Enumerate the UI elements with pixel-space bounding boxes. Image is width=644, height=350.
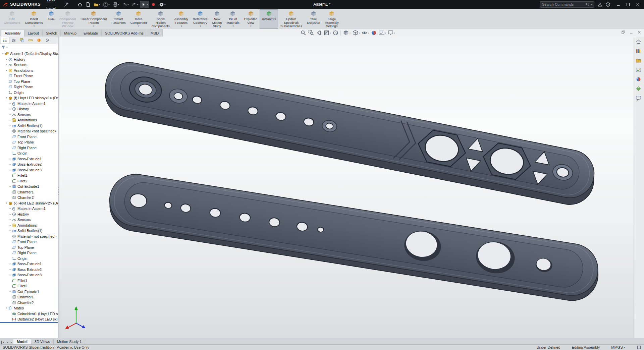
expand-arrow-icon[interactable]: ▸ — [8, 124, 12, 127]
tab-assembly[interactable]: Assembly — [1, 30, 24, 37]
expand-arrow-icon[interactable]: ▸ — [5, 58, 8, 61]
expand-arrow-icon[interactable]: ▸ — [8, 290, 12, 293]
tree-item-right-plane[interactable]: Right Plane — [0, 84, 58, 90]
expand-arrow-icon[interactable]: ▾ — [5, 202, 8, 205]
tree-item-f-hoyt-led-skinny-1-defa[interactable]: ▾(f) Hoyt LED skinny<1> (Defa... — [0, 95, 58, 101]
home-button[interactable] — [76, 1, 84, 8]
dimxpertmanager-tab[interactable] — [26, 37, 35, 44]
smart-fasteners-button[interactable]: SmartFasteners — [109, 9, 128, 29]
large-assembly-settings-button[interactable]: LargeAssemblySettings▾ — [323, 9, 341, 29]
tree-item-history[interactable]: ▸History — [0, 106, 58, 112]
tree-item-annotations[interactable]: ▸Annotations — [0, 117, 58, 123]
dropdown-arrow-icon[interactable]: ▾ — [250, 25, 252, 27]
tree-item-cut-extrude1[interactable]: ▸Cut-Extrude1 — [0, 184, 58, 189]
expand-arrow-icon[interactable]: ▸ — [8, 119, 12, 121]
display-style-button[interactable]: ▾ — [352, 30, 361, 36]
document-tab-3d-views[interactable]: 3D Views — [31, 339, 54, 344]
tree-item-front-plane[interactable]: Front Plane — [0, 134, 58, 140]
dropdown-arrow-icon[interactable]: ▾ — [368, 32, 369, 34]
search-commands-box[interactable]: Search Commands ▾ — [540, 1, 594, 8]
design-library-button[interactable] — [636, 48, 642, 55]
scroll-next-tab-button[interactable]: ▸ — [9, 341, 13, 344]
menu-tools[interactable]: Tools — [44, 13, 63, 22]
zoom-to-area-button[interactable] — [307, 30, 315, 36]
document-tab-motion-study-1[interactable]: Motion Study 1 — [54, 339, 85, 344]
new-motion-study-button[interactable]: NewMotionStudy — [210, 9, 224, 29]
window-close-button[interactable] — [636, 2, 640, 7]
tree-item-boss-extrude3[interactable]: ▸Boss-Extrude3 — [0, 272, 58, 278]
expand-arrow-icon[interactable]: ▸ — [8, 213, 12, 216]
featuremanager-design-tree-tab[interactable] — [1, 37, 9, 44]
tree-item-material-not-specified[interactable]: Material <not specified> — [0, 234, 58, 239]
task-pane-toggle-icon[interactable] — [637, 345, 641, 350]
select-button[interactable]: ▾ — [140, 1, 149, 8]
dropdown-arrow-icon[interactable]: ▾ — [138, 25, 140, 27]
expand-arrow-icon[interactable]: ▸ — [8, 268, 12, 271]
scroll-prev-tab-button[interactable]: ◂ — [5, 341, 9, 344]
reference-geometry-button[interactable]: ReferenceGeometry▾ — [191, 9, 210, 29]
dropdown-arrow-icon[interactable]: ▾ — [181, 25, 182, 27]
tree-item-top-plane[interactable]: Top Plane — [0, 245, 58, 250]
file-explorer-button[interactable] — [636, 58, 642, 64]
window-maximize-button[interactable] — [626, 2, 630, 7]
dynamic-annotation-views-button[interactable] — [332, 30, 339, 36]
tree-item-boss-extrude1[interactable]: ▸Boss-Extrude1 — [0, 156, 58, 162]
document-minimize-button[interactable] — [629, 30, 633, 34]
bill-of-materials-button[interactable]: Bill ofMaterials▾ — [224, 9, 242, 29]
tab-sketch[interactable]: Sketch — [43, 30, 61, 37]
section-view-button[interactable]: ▾ — [323, 30, 332, 36]
menu-window[interactable]: Window — [44, 22, 63, 31]
tree-item-sensors[interactable]: ▸Sensors — [0, 217, 58, 223]
tabs-overflow-tab[interactable] — [43, 37, 51, 44]
expand-arrow-icon[interactable]: ▸ — [8, 108, 12, 110]
units-selector[interactable]: MMGS ▾ — [611, 345, 625, 349]
move-component-button[interactable]: MoveComponent▾ — [128, 9, 149, 29]
linear-component-pattern-button[interactable]: Linear ComponentPattern▾ — [78, 9, 109, 29]
view-settings-button[interactable]: ▾ — [387, 30, 396, 36]
open-button[interactable]: ▾ — [93, 1, 101, 8]
exploded-view-button[interactable]: ExplodedView▾ — [242, 9, 260, 29]
expand-arrow-icon[interactable]: ▸ — [8, 102, 12, 105]
tab-mbd[interactable]: MBD — [147, 30, 162, 37]
view-palette-button[interactable] — [636, 67, 642, 74]
solidworks-forum-button[interactable] — [636, 95, 642, 102]
tree-item-top-plane[interactable]: Top Plane — [0, 139, 58, 145]
graphics-viewport[interactable] — [59, 37, 634, 338]
scroll-first-tab-button[interactable]: ◂ — [1, 341, 5, 344]
expand-arrow-icon[interactable]: ▸ — [8, 274, 12, 276]
tree-item-right-plane[interactable]: Right Plane — [0, 250, 58, 256]
new-document-button[interactable] — [85, 1, 92, 8]
solidworks-resources-button[interactable] — [636, 39, 642, 46]
tree-item-mates[interactable]: ▾Mates — [0, 305, 58, 311]
expand-arrow-icon[interactable]: ▸ — [8, 185, 12, 188]
splitter-grip[interactable] — [58, 187, 59, 196]
hide-show-items-button[interactable]: ▾ — [361, 30, 370, 36]
tab-solidworks-add-ins[interactable]: SOLIDWORKS Add-Ins — [102, 30, 147, 37]
tree-item-history[interactable]: ▸History — [0, 57, 58, 62]
tab-evaluate[interactable]: Evaluate — [80, 30, 102, 37]
displaymanager-tab[interactable] — [35, 37, 43, 44]
tree-item-annotations[interactable]: ▸Annotations — [0, 223, 58, 228]
expand-arrow-icon[interactable]: ▾ — [5, 307, 8, 309]
filter-dropdown-arrow-icon[interactable]: ▾ — [6, 46, 8, 48]
tree-item-history[interactable]: ▸History — [0, 212, 58, 217]
tree-item-sensors[interactable]: ▸Sensors — [0, 62, 58, 68]
previous-view-button[interactable] — [315, 30, 322, 36]
propertymanager-tab[interactable] — [10, 37, 18, 44]
undo-button[interactable]: ▾ — [121, 1, 130, 8]
document-restore-button[interactable] — [621, 30, 625, 34]
tree-item-fillet1[interactable]: Fillet1 — [0, 173, 58, 178]
tree-item-coincident1-hoyt-led-skinny[interactable]: Coincident1 (Hoyt LED skinny... — [0, 311, 58, 317]
dropdown-arrow-icon[interactable]: ▾ — [385, 32, 386, 34]
expand-arrow-icon[interactable]: ▸ — [8, 262, 12, 265]
tree-item-right-plane[interactable]: Right Plane — [0, 145, 58, 151]
document-close-button[interactable] — [637, 30, 641, 34]
apply-scene-button[interactable]: ▾ — [378, 30, 387, 36]
expand-arrow-icon[interactable]: ▸ — [8, 169, 12, 171]
expand-arrow-icon[interactable]: ▸ — [8, 229, 12, 232]
tree-item-chamfer1[interactable]: Chamfer1 — [0, 189, 58, 195]
model-scene[interactable] — [59, 37, 634, 338]
print-button[interactable]: ▾ — [112, 1, 120, 8]
update-speedpak-subassemblies-button[interactable]: UpdateSpeedPakSubassemblies — [278, 9, 304, 29]
tree-item-sensors[interactable]: ▸Sensors — [0, 112, 58, 118]
